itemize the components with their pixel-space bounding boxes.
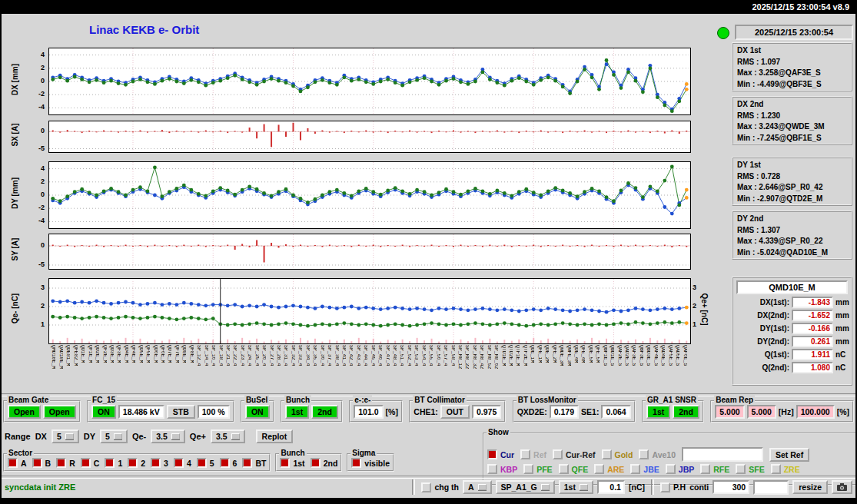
menu-indicator-icon [478,484,487,490]
group-label: Show [487,428,510,436]
group-label: FC_15 [91,396,117,404]
window-bottom-strip [0,498,857,504]
checkbox-label: ZRE [784,465,800,474]
screenshot-button[interactable] [832,480,852,494]
show-check-cur-ref[interactable]: Cur-Ref [553,449,596,459]
fc15-stb-button[interactable]: STB [167,405,195,419]
checkbox-label: ARE [607,465,624,474]
resize-button[interactable]: resize [792,480,828,494]
group-label: Beam Rep [714,396,755,404]
range-qe-minus-menu[interactable]: 3.5 [151,429,185,443]
qxd2e-readout: 0.179 [550,405,579,419]
sector-check-4[interactable]: 4 [174,458,191,468]
chg-th-checkbox[interactable]: chg th [421,482,459,492]
show-check-gold[interactable]: Gold [602,449,633,459]
stats-title: DX 1st [737,45,847,57]
sector-check-bt[interactable]: BT [242,458,266,468]
ee-ratio-unit: [%] [386,407,398,416]
show-check-zre[interactable]: ZRE [771,464,800,474]
show-check-jbp[interactable]: JBP [666,464,694,474]
show-check-cur[interactable]: Cur [487,449,514,459]
dx-axis-label: DX [mm] [11,53,19,107]
bunch-1st-button[interactable]: 1st [285,405,309,419]
range-qe-minus-label: Qe- [132,432,146,441]
show-check-kbp[interactable]: KBP [487,464,517,474]
show-check-qfe[interactable]: QFE [559,464,589,474]
checkbox-label: JBP [679,465,694,474]
fc15-voltage-readout: 18.486 kV [118,405,164,419]
sector-check-2[interactable]: 2 [128,458,145,468]
beam-rep-readout-1: 5.000 [715,405,744,419]
monitor-row: DX(2nd):-1.652mm [736,310,848,321]
group-label: Sector [7,449,34,457]
sigma-checkboxes: visible [351,458,390,468]
gr-snsr-2nd-button[interactable]: 2nd [673,405,699,419]
checkbox-indicator [32,458,42,468]
replot-button[interactable]: Replot [256,429,294,443]
fc15-on-button[interactable]: ON [91,405,116,419]
status-message: syncdata init ZRE [5,482,75,492]
bunch-2nd-button[interactable]: 2nd [311,405,338,419]
busel-on-button[interactable]: ON [245,405,270,419]
checkbox-indicator [559,464,569,474]
checkbox-indicator [351,458,361,468]
set-ref-button[interactable]: Set Ref [769,448,809,462]
sector-check-r[interactable]: R [56,458,75,468]
show-check-pfe[interactable]: PFE [523,464,552,474]
group-label: Sigma [350,449,377,457]
sector-check-6[interactable]: 6 [220,458,238,468]
bunch-check-1st[interactable]: 1st [280,458,304,468]
camera-icon [836,482,848,492]
bunch-check-2nd[interactable]: 2nd [311,458,338,468]
sector-check-b[interactable]: B [32,458,51,468]
show-check-sfe[interactable]: SFE [736,464,764,474]
dx-orbit-plot[interactable] [48,48,691,115]
sy-axis-ticks: 0-5 [30,234,46,268]
threshold-entry[interactable]: 0.1 [597,480,625,494]
sector-check-a[interactable]: A [8,458,27,468]
sector-check-c[interactable]: C [81,458,100,468]
group-label: BuSel [244,396,269,404]
show-check-rfe[interactable]: RFE [700,464,729,474]
ph-checkbox[interactable]: P.H [660,482,686,492]
range-dy-menu[interactable]: 5 [100,429,128,443]
show-check-jbe[interactable]: JBE [630,464,659,474]
page-title: Linac KEKB e- Orbit [89,23,199,36]
sector-select-menu[interactable]: A [463,480,492,494]
range-dx-menu[interactable]: 5 [51,429,79,443]
show-check-ave10[interactable]: Ave10 [639,449,676,459]
blank-entry[interactable] [753,480,789,495]
show-check-are[interactable]: ARE [594,464,624,474]
beam-gate-open-button-2[interactable]: Open [43,405,76,419]
checkbox-label: B [45,459,51,468]
monitor-name: QMD10E_M [736,280,848,294]
range-dx-label: DX [35,432,47,441]
sx-steering-plot[interactable] [48,121,691,153]
checkbox-label: QFE [572,465,589,474]
set-ref-entry[interactable] [682,447,763,462]
stats-max: Max : 3.243@QWDE_3M [737,121,847,133]
bpm-name-axis: QMD10E_MQAD10E_MQDE81_MQFE82_MQD1E_MQF1E… [48,345,689,393]
sy-steering-plot[interactable] [48,234,691,270]
checkbox-indicator [197,458,207,468]
bunch-select-menu[interactable]: 1st [559,480,593,494]
device-select-menu[interactable]: SP_A1_G [496,480,555,494]
sector-check-1[interactable]: 1 [105,458,122,468]
stats-panel-dy-2nd: DY 2nd RMS : 1.307 Max : 4.339@SP_R0_22 … [732,211,852,260]
gr-snsr-1st-button[interactable]: 1st [646,405,670,419]
checkbox-indicator [666,464,676,474]
show-check-ref[interactable]: Ref [520,449,546,459]
status-time: 2025/12/15 23:00:54 [735,25,853,40]
range-qe-plus-menu[interactable]: 3.5 [211,429,245,443]
group-beam-rep: Beam Rep 5.000 5.000 [Hz] 100.000 [%] [710,400,854,423]
sector-check-3[interactable]: 3 [151,458,168,468]
count-entry[interactable]: 300 [713,480,749,494]
checkbox-indicator [771,464,781,474]
dy-orbit-plot[interactable] [48,161,691,229]
sector-check-5[interactable]: 5 [197,458,214,468]
che1-out-button[interactable]: OUT [440,405,470,419]
charge-plot[interactable] [48,278,691,344]
checkbox-indicator [151,458,161,468]
beam-gate-open-button-1[interactable]: Open [8,405,41,419]
sigma-check-visible[interactable]: visible [351,458,390,468]
